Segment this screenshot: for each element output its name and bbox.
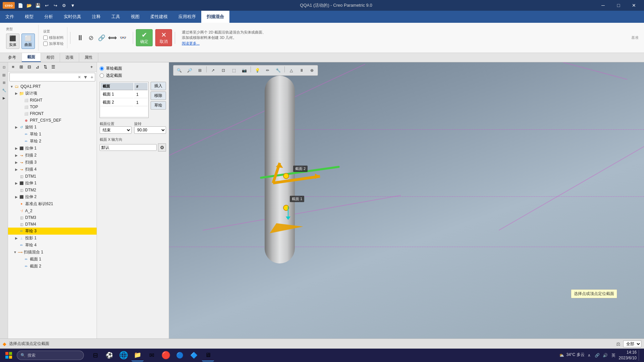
taskbar-icon-mail[interactable]: ✉ [146,349,158,361]
taskbar-icon-creo[interactable]: 🔷 [188,349,200,361]
lmt-btn-3[interactable]: ⊞ [1,79,7,86]
tree-filter-btn[interactable]: ⊿ [34,63,41,71]
tree-item-rotate1[interactable]: ▶ ↺ 旋转 1 [8,124,97,131]
rotation-select[interactable]: 90.00 [134,126,166,134]
x-dir-options-btn[interactable]: ⚙ [158,143,166,152]
tree-item-sweep4[interactable]: ▶ ↝ 扫描 4 [8,166,97,173]
tree-item-stretch2[interactable]: ▶ ⬛ 拉伸 2 [8,193,97,200]
search-options-btn[interactable]: ▼ [82,74,89,80]
tree-expand-btn[interactable]: ⊞ [17,63,25,71]
tray-lang-icon[interactable]: 英 [610,352,617,359]
lmt-btn-1[interactable]: ⊡ [1,64,7,70]
tree-item-sketch2[interactable]: ✏ 草绘 2 [8,138,97,145]
search-input[interactable] [10,75,76,79]
menu-view[interactable]: 视图 [125,11,145,23]
confirm-button[interactable]: ✔ 确定 [136,29,153,46]
tree-item-dtm3[interactable]: ◫ DTM3 [8,214,97,221]
lmt-btn-2[interactable]: ▤ [1,71,7,78]
vp-plus-btn[interactable]: ⊕ [307,66,317,74]
vp-camera-btn[interactable]: 📷 [239,66,249,74]
tree-item-sketch4[interactable]: ✏ 草绘 4 [8,242,97,249]
vp-zoom-out-btn[interactable]: 🔎 [185,66,194,74]
open-file-icon[interactable]: 📂 [25,2,33,9]
settings-icon[interactable]: ⚙ [60,2,68,9]
vp-sketch-btn[interactable]: ✏ [263,66,272,74]
tab-reference[interactable]: 参考 [3,53,22,62]
maximize-button[interactable]: □ [611,0,626,11]
node-1[interactable] [283,173,289,179]
tree-item-dtm1[interactable]: ◫ DTM1 [8,173,97,180]
lmt-btn-5[interactable]: ▶ [1,95,7,101]
menu-model[interactable]: 模型 [19,11,39,23]
chain-button[interactable]: 🔗 [97,35,106,41]
tree-item-front[interactable]: ⬜ FRONT [8,110,97,117]
tree-item-sweep2[interactable]: ▶ ↝ 扫描 2 [8,152,97,159]
tree-item-dtm4[interactable]: ◫ DTM4 [8,221,97,228]
lmt-btn-4[interactable]: 🔧 [1,87,7,94]
tree-view-btn[interactable]: ☰ [50,63,57,71]
search-add-btn[interactable]: + [89,74,95,80]
vp-light-btn[interactable]: 💡 [253,66,262,74]
basis-tab[interactable]: 基准 [629,34,641,42]
new-file-icon[interactable]: 📄 [17,2,24,9]
surface-type-button[interactable]: ⬜ 曲面 [21,34,35,49]
taskbar-search[interactable]: 🔍 搜索 [17,351,84,360]
tree-item-top[interactable]: ⬜ TOP [8,104,97,110]
taskbar-icon-chrome[interactable]: 🔴 [160,349,172,361]
table-row-2[interactable]: 截面 2 1 [101,99,148,106]
vp-settings-btn[interactable]: 🔧 [273,66,283,74]
sketch-section-radio[interactable]: 草绘截面 [100,66,166,71]
remove-button[interactable]: 移除 [151,92,166,100]
taskbar-icon-soccer[interactable]: ⚽ [103,349,115,361]
save-icon[interactable]: 💾 [34,2,42,9]
menu-annotation[interactable]: 注释 [87,11,106,23]
vp-zoom-fit-btn[interactable]: 🔍 [174,66,184,74]
taskbar-icon-folder[interactable]: 📁 [131,349,144,361]
remove-material-checkbox[interactable] [43,36,48,40]
mirror-button[interactable]: ⟺ [108,35,117,41]
vp-rotate-btn[interactable]: ↗ [208,66,218,74]
search-clear-btn[interactable]: ✕ [76,74,82,80]
menu-analysis[interactable]: 分析 [39,11,58,23]
glasses-button[interactable]: 👓 [119,35,127,41]
tree-root[interactable]: ▼ 🗂 QQA1.PRT [8,83,97,90]
vp-triangle-btn[interactable]: △ [286,66,296,74]
tree-item-section2[interactable]: ✏ 截面 2 [8,263,97,270]
tab-tangent[interactable]: 相切 [41,53,60,62]
tree-add-btn[interactable]: + [88,63,95,71]
tree-item-design[interactable]: ▶ 📁 设计项 [8,90,97,97]
exclude-button[interactable]: ⊘ [87,35,95,41]
tab-properties[interactable]: 属性 [79,53,98,62]
taskbar-icon-task-view[interactable]: ⊟ [89,349,101,361]
tree-item-section1[interactable]: ✏ 截面 1 [8,256,97,263]
select-section-radio[interactable]: 选定截面 [100,73,166,78]
tree-item-sweep3[interactable]: ▶ ↝ 扫描 3 [8,159,97,166]
solid-type-button[interactable]: ⬛ 实体 [6,34,19,49]
vp-pan-btn[interactable]: ⊡ [219,66,228,74]
tab-section[interactable]: 截面 [22,53,41,62]
tree-item-sketch1[interactable]: ✏ 草绘 1 [8,131,97,138]
expand-icon[interactable]: ▼ [69,2,76,9]
tree-item-csys[interactable]: ⊕ PRT_CSYS_DEF [8,117,97,124]
table-row-1[interactable]: 截面 1 1 [101,91,148,98]
view-select[interactable]: 全部 [623,341,641,347]
close-button[interactable]: ✕ [627,0,641,11]
menu-file[interactable]: 文件 [0,11,19,23]
tree-item-extrude-2[interactable]: ▶ ⬛ 拉伸 1 [8,180,97,187]
remove-material-check[interactable]: 移除材料 [43,35,64,40]
menu-sweep-blend[interactable]: 扫描混合 [201,11,229,23]
start-button[interactable] [3,349,15,361]
tree-item-right[interactable]: ⬜ RIGHT [8,97,97,104]
pause-button[interactable]: ⏸ [76,35,85,41]
taskbar-icon-ie[interactable]: 🔵 [174,349,186,361]
minimize-button[interactable]: ─ [596,0,610,11]
show-desktop-btn[interactable] [639,350,641,361]
tray-volume-icon[interactable]: 🔊 [602,352,609,359]
thicken-sketch-check[interactable]: 加厚草绘 [43,41,64,46]
vp-pause2-btn[interactable]: ⏸ [297,66,306,74]
select-radio-input[interactable] [100,73,104,78]
undo-icon[interactable]: ↩ [43,2,50,9]
tree-item-sketch3[interactable]: ✏ 草绘 3 [8,228,97,235]
tree-item-datum-point[interactable]: ✦ 基准点 标识621 [8,200,97,207]
tray-arrow-icon[interactable]: ∧ [586,352,593,359]
